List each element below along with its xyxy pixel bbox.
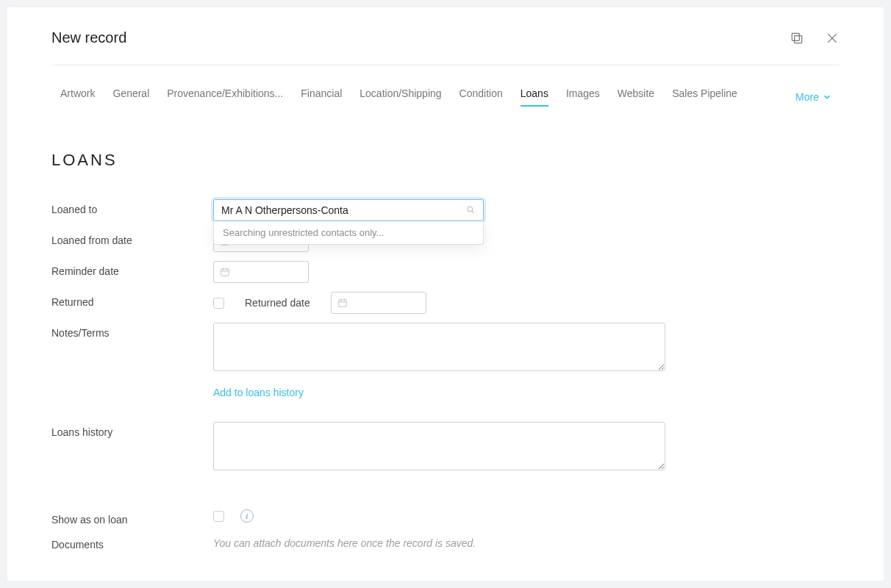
dropdown-hint: Searching unrestricted contacts only... [223,227,384,238]
tab-loans[interactable]: Loans [520,87,548,107]
control-loaned-to: Searching unrestricted contacts only... [213,199,840,221]
reminder-date-input[interactable] [213,261,309,283]
tab-website[interactable]: Website [618,87,654,107]
tabs-bar: Artwork General Provenance/Exhibitions..… [51,65,840,107]
tab-images[interactable]: Images [566,87,600,107]
svg-rect-14 [338,300,346,306]
copy-icon[interactable] [790,31,804,46]
control-reminder-date [213,261,840,283]
loaned-to-dropdown[interactable]: Searching unrestricted contacts only... [213,221,484,245]
loans-form: Loaned to Searching unrestricted contact… [51,199,840,551]
notes-textarea[interactable] [213,323,665,371]
modal-new-record: New record Artwork General Provenance/Ex… [7,7,884,581]
control-notes [213,323,840,373]
close-icon[interactable] [825,31,840,46]
modal-actions [790,31,840,46]
label-returned: Returned [51,292,213,308]
calendar-icon [337,298,348,308]
label-loaned-from-date: Loaned from date [51,230,213,246]
tab-sales-pipeline[interactable]: Sales Pipeline [672,87,737,107]
info-icon[interactable]: i [240,509,254,523]
calendar-icon [220,267,230,277]
label-notes: Notes/Terms [51,323,213,339]
label-loans-history: Loans history [51,422,213,438]
svg-rect-10 [221,269,229,276]
tab-condition[interactable]: Condition [459,87,503,107]
loaned-to-input[interactable] [213,199,484,221]
tab-general[interactable]: General [112,87,149,107]
label-returned-date: Returned date [245,297,310,309]
control-loans-history [213,422,840,473]
svg-rect-1 [792,33,799,40]
tab-provenance[interactable]: Provenance/Exhibitions... [167,87,283,107]
svg-rect-0 [795,35,802,43]
label-show-on-loan: Show as on loan [51,509,213,526]
control-show-on-loan: i [213,509,840,523]
returned-date-input[interactable] [331,292,426,314]
label-reminder-date: Reminder date [51,261,213,277]
modal-header: New record [51,29,840,65]
tabs-more-button[interactable]: More [795,91,831,103]
tab-financial[interactable]: Financial [301,87,342,107]
show-on-loan-checkbox[interactable] [213,511,224,522]
add-to-loans-history-link[interactable]: Add to loans history [213,387,304,398]
returned-checkbox[interactable] [213,298,224,309]
label-documents: Documents [51,534,213,551]
section-title: Loans [51,151,840,170]
label-loaned-to: Loaned to [51,199,213,215]
documents-helper: You can attach documents here once the r… [213,534,840,549]
chevron-down-icon [823,93,831,101]
tab-artwork[interactable]: Artwork [60,87,95,107]
modal-title: New record [51,29,126,46]
tabs-more-label: More [795,91,819,103]
loans-history-textarea[interactable] [213,422,665,470]
tab-location[interactable]: Location/Shipping [359,87,441,107]
control-returned: Returned date [213,292,840,314]
